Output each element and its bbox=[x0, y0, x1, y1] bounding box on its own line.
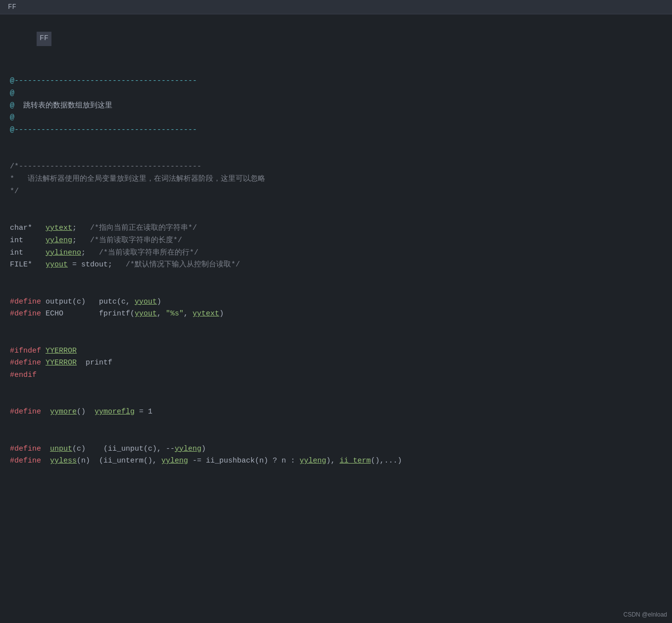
ff-label-line: FF bbox=[10, 19, 662, 63]
blank-3 bbox=[10, 149, 662, 161]
blank-8 bbox=[10, 320, 662, 333]
blank-2 bbox=[10, 137, 662, 149]
blank-9 bbox=[10, 333, 662, 345]
ifndef-yyerror: #ifndef YYERROR bbox=[10, 345, 662, 358]
c-comment: * 语法解析器使用的全局变量放到这里，在词法解析器阶段，这里可以忽略 bbox=[10, 173, 662, 186]
ff-label: FF bbox=[37, 32, 51, 46]
decl-file: FILE* yyout = stdout; /*默认情况下输入从控制台读取*/ bbox=[10, 259, 662, 271]
at-1: @ bbox=[10, 88, 662, 100]
at-comment: @ 跳转表的数据数组放到这里 bbox=[10, 100, 662, 112]
define-yymore: #define yymore() yymoreflg = 1 bbox=[10, 406, 662, 418]
define-yyless: #define yyless(n) (ii_unterm(), yyleng -… bbox=[10, 455, 662, 467]
define-output: #define output(c) putc(c, yyout) bbox=[10, 296, 662, 309]
c-sep: /*--------------------------------------… bbox=[10, 161, 662, 173]
define-echo: #define ECHO fprintf(yyout, "%s", yytext… bbox=[10, 308, 662, 320]
csdn-watermark: CSDN @elnload bbox=[624, 611, 667, 618]
decl-int-yylineno: int yylineno; /*当前读取字符串所在的行*/ bbox=[10, 247, 662, 260]
blank-10 bbox=[10, 382, 662, 394]
blank-7 bbox=[10, 284, 662, 296]
at-2: @ bbox=[10, 112, 662, 124]
blank-5 bbox=[10, 210, 662, 222]
decl-char: char* yytext; /*指向当前正在读取的字符串*/ bbox=[10, 222, 662, 235]
at-sep-2: @---------------------------------------… bbox=[10, 124, 662, 137]
code-block: FF @------------------------------------… bbox=[0, 14, 672, 472]
blank-11 bbox=[10, 394, 662, 407]
define-yyerror: #define YYERROR printf bbox=[10, 357, 662, 369]
blank-13 bbox=[10, 431, 662, 443]
blank-4 bbox=[10, 198, 662, 210]
header-label: FF bbox=[8, 3, 16, 11]
at-sep-1: @---------------------------------------… bbox=[10, 75, 662, 88]
decl-int-yyleng: int yyleng; /*当前读取字符串的长度*/ bbox=[10, 235, 662, 247]
header-bar: FF bbox=[0, 0, 672, 14]
code-container: FF FF @---------------------------------… bbox=[0, 0, 672, 623]
blank-6 bbox=[10, 271, 662, 284]
blank-12 bbox=[10, 418, 662, 431]
blank-1 bbox=[10, 63, 662, 75]
define-unput: #define unput(c) (ii_unput(c), --yyleng) bbox=[10, 443, 662, 456]
c-close: */ bbox=[10, 186, 662, 198]
endif: #endif bbox=[10, 369, 662, 382]
